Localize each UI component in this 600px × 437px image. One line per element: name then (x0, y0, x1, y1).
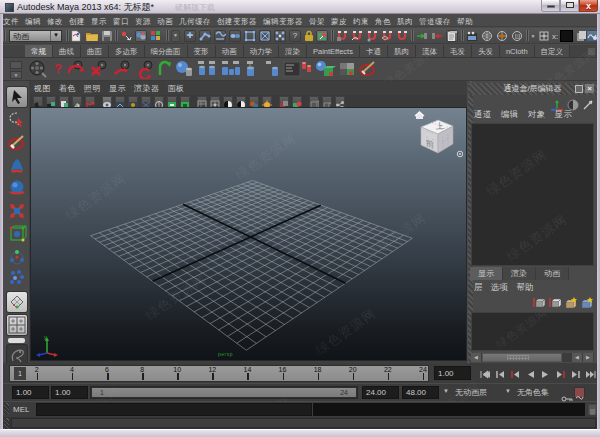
svg-text:右: 右 (442, 107, 450, 116)
svg-text:y: y (44, 334, 47, 340)
svg-text:上: 上 (435, 121, 445, 131)
